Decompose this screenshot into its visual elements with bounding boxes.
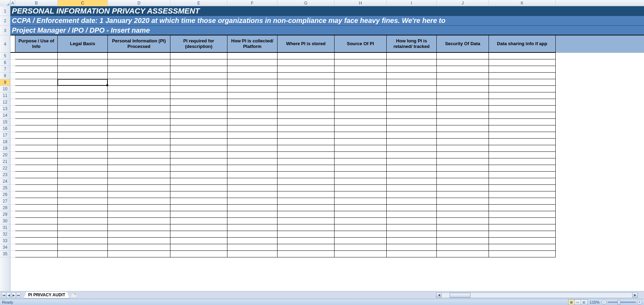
cell-A11[interactable]	[10, 92, 15, 99]
cell-A27[interactable]	[10, 198, 15, 205]
cell-A7[interactable]	[10, 66, 15, 73]
cell-K34[interactable]	[489, 244, 556, 251]
cell-F23[interactable]	[227, 172, 277, 178]
row-header-33[interactable]: 33	[0, 238, 10, 244]
cell-H30[interactable]	[335, 218, 387, 224]
cell-I27[interactable]	[387, 198, 437, 205]
cell-F15[interactable]	[227, 119, 277, 125]
cell-I33[interactable]	[387, 238, 437, 244]
column-header-I[interactable]: I	[387, 0, 437, 6]
cell-A25[interactable]	[10, 185, 15, 191]
cell-A18[interactable]	[10, 139, 15, 145]
table-row[interactable]	[10, 165, 644, 172]
table-header-cell[interactable]: Personal Information (PI) Processed	[108, 35, 170, 53]
zoom-out-button[interactable]: −	[602, 300, 606, 305]
row-header-15[interactable]: 15	[0, 119, 10, 125]
table-header-cell[interactable]: How long PI is retained/ tracked	[387, 35, 437, 53]
cell-K16[interactable]	[489, 125, 556, 132]
table-row[interactable]	[10, 145, 644, 152]
cell-K33[interactable]	[489, 238, 556, 244]
cell-H6[interactable]	[335, 59, 387, 66]
cell-I30[interactable]	[387, 218, 437, 224]
cell-G15[interactable]	[277, 119, 335, 125]
cell-F26[interactable]	[227, 191, 277, 198]
cell-B17[interactable]	[15, 132, 58, 139]
column-header-C[interactable]: C	[58, 0, 108, 6]
cell-J13[interactable]	[437, 106, 489, 112]
cell-D14[interactable]	[108, 112, 170, 119]
cell-J30[interactable]	[437, 218, 489, 224]
cell-A34[interactable]	[10, 244, 15, 251]
cell-B32[interactable]	[15, 231, 58, 238]
cell-E14[interactable]	[170, 112, 227, 119]
table-row[interactable]	[10, 211, 644, 218]
cell-A16[interactable]	[10, 125, 15, 132]
cell-J20[interactable]	[437, 152, 489, 158]
cell-D18[interactable]	[108, 139, 170, 145]
cell-G13[interactable]	[277, 106, 335, 112]
cell-B13[interactable]	[15, 106, 58, 112]
cell-H18[interactable]	[335, 139, 387, 145]
cell-G7[interactable]	[277, 66, 335, 73]
cell-F31[interactable]	[227, 224, 277, 231]
cell-C17[interactable]	[58, 132, 108, 139]
cell-A31[interactable]	[10, 224, 15, 231]
cell-C24[interactable]	[58, 178, 108, 185]
cell-J5[interactable]	[437, 53, 489, 59]
cell-D31[interactable]	[108, 224, 170, 231]
cell-E16[interactable]	[170, 125, 227, 132]
cell-A17[interactable]	[10, 132, 15, 139]
cell-D7[interactable]	[108, 66, 170, 73]
cell-D17[interactable]	[108, 132, 170, 139]
cell-H8[interactable]	[335, 73, 387, 79]
hscroll-left-button[interactable]: ◀	[436, 292, 442, 297]
cell-A32[interactable]	[10, 231, 15, 238]
cell-B25[interactable]	[15, 185, 58, 191]
cell-H31[interactable]	[335, 224, 387, 231]
cell-K8[interactable]	[489, 73, 556, 79]
cell-A29[interactable]	[10, 211, 15, 218]
row-header-3[interactable]: 3	[0, 26, 10, 35]
cell-F33[interactable]	[227, 238, 277, 244]
cell-G26[interactable]	[277, 191, 335, 198]
cell-H23[interactable]	[335, 172, 387, 178]
cell-F10[interactable]	[227, 86, 277, 92]
row-header-10[interactable]: 10	[0, 86, 10, 92]
cell-C16[interactable]	[58, 125, 108, 132]
cell-A21[interactable]	[10, 158, 15, 165]
cell-J9[interactable]	[437, 79, 489, 86]
cell-E7[interactable]	[170, 66, 227, 73]
cell-E33[interactable]	[170, 238, 227, 244]
cell-K23[interactable]	[489, 172, 556, 178]
cell-J32[interactable]	[437, 231, 489, 238]
cell-J10[interactable]	[437, 86, 489, 92]
cell-K10[interactable]	[489, 86, 556, 92]
table-row[interactable]	[10, 132, 644, 139]
cell-D20[interactable]	[108, 152, 170, 158]
title-row-1[interactable]: PERSONAL INFORMATION PRIVACY ASSESSMENT	[10, 6, 644, 16]
cell-G5[interactable]	[277, 53, 335, 59]
cell-G29[interactable]	[277, 211, 335, 218]
hscroll-thumb[interactable]	[450, 293, 470, 298]
new-sheet-icon[interactable]	[70, 293, 77, 298]
table-row[interactable]	[10, 205, 644, 211]
cell-A8[interactable]	[10, 73, 15, 79]
row-header-2[interactable]: 2	[0, 16, 10, 26]
cell-K13[interactable]	[489, 106, 556, 112]
column-header-H[interactable]: H	[335, 0, 387, 6]
cell-I8[interactable]	[387, 73, 437, 79]
cell-H25[interactable]	[335, 185, 387, 191]
cell-F22[interactable]	[227, 165, 277, 172]
cell-G24[interactable]	[277, 178, 335, 185]
cell-G11[interactable]	[277, 92, 335, 99]
column-header-A[interactable]: A	[10, 0, 15, 6]
cell-D33[interactable]	[108, 238, 170, 244]
cell-I12[interactable]	[387, 99, 437, 106]
cell-C31[interactable]	[58, 224, 108, 231]
cell-B22[interactable]	[15, 165, 58, 172]
table-row[interactable]	[10, 251, 644, 257]
cell-F7[interactable]	[227, 66, 277, 73]
cell-G23[interactable]	[277, 172, 335, 178]
cell-F28[interactable]	[227, 205, 277, 211]
cell-C32[interactable]	[58, 231, 108, 238]
